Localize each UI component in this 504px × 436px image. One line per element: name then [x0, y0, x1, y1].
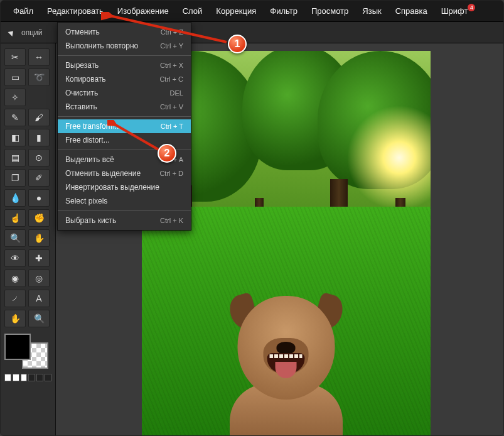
tool-color-picker[interactable]: ⟋ — [4, 290, 26, 307]
menu-item-label: Копировать — [65, 75, 106, 84]
menu-item-label: Выделить всё — [65, 155, 114, 164]
tool-row: ◉◎ — [4, 270, 51, 287]
menu-font[interactable]: Шрифт 4 — [435, 3, 475, 19]
tool-marquee[interactable]: ▭ — [4, 68, 26, 86]
cursor-tool-icon[interactable] — [8, 28, 15, 36]
tool-wand[interactable]: ✧ — [4, 89, 26, 106]
mini-swatch[interactable] — [13, 374, 19, 381]
canvas-dog-layer — [214, 283, 358, 436]
mini-swatch[interactable] — [36, 374, 43, 381]
menu-item-отменить[interactable]: ОтменитьCtrl + Z — [58, 25, 191, 39]
tool-blur[interactable]: 💧 — [4, 189, 26, 207]
tool-row: ✋🔍 — [4, 310, 51, 327]
tool-zoom[interactable]: 🔍 — [4, 229, 26, 247]
menu-item-отменить-выделение[interactable]: Отменить выделениеCtrl + D — [58, 166, 191, 180]
menu-item-копировать[interactable]: КопироватьCtrl + C — [58, 72, 191, 86]
tool-row: ☝✊ — [4, 209, 51, 227]
mini-swatch[interactable] — [45, 374, 51, 381]
menu-item-label: Select pixels — [65, 197, 107, 205]
tool-bloat[interactable]: ◉ — [4, 270, 26, 287]
tool-lasso[interactable]: ➰ — [28, 68, 50, 86]
tool-smudge[interactable]: ☝ — [4, 209, 26, 227]
tool-row: ❐✐ — [4, 169, 51, 187]
menu-item-выполнить-повторно[interactable]: Выполнить повторноCtrl + Y — [58, 39, 191, 53]
menu-separator — [58, 55, 191, 56]
tool-hand[interactable]: ✋ — [4, 310, 26, 327]
menu-separator — [58, 116, 191, 117]
menu-item-очистить[interactable]: ОчиститьDEL — [58, 86, 191, 100]
dog-tongue — [276, 362, 297, 378]
annotation-marker-2: 2 — [158, 144, 176, 163]
menu-item-label: Вставить — [65, 102, 97, 111]
tool-row: ▭➰ — [4, 68, 51, 86]
menu-help[interactable]: Справка — [389, 3, 434, 19]
tool-heal[interactable]: ✚ — [28, 249, 50, 267]
tool-liquefy[interactable]: ◎ — [28, 270, 50, 287]
menu-item-shortcut: Ctrl + X — [160, 62, 183, 69]
menu-adjustment[interactable]: Коррекция — [210, 3, 262, 19]
menu-item-вырезать[interactable]: ВырезатьCtrl + X — [58, 58, 191, 72]
menu-font-label: Шрифт — [441, 6, 468, 16]
tool-move[interactable]: ↔ — [28, 48, 50, 66]
menu-item-select-pixels[interactable]: Select pixels — [58, 194, 191, 208]
mini-swatch[interactable] — [4, 374, 11, 381]
menu-filter[interactable]: Фильтр — [264, 3, 304, 19]
menu-item-вставить[interactable]: ВставитьCtrl + V — [58, 100, 191, 114]
mini-swatch[interactable] — [28, 374, 35, 381]
tool-sponge[interactable]: ● — [28, 189, 50, 207]
tool-paint-bucket[interactable]: ▮ — [28, 129, 50, 146]
tool-zoom-in[interactable]: 🔍 — [28, 310, 50, 327]
tool-clone[interactable]: ⊙ — [28, 149, 50, 166]
tool-row: ◧▮ — [4, 129, 51, 146]
menu-item-label: Free distort... — [65, 136, 110, 144]
tool-row: 💧● — [4, 189, 51, 207]
foreground-color[interactable] — [4, 334, 31, 360]
tool-row: ✎🖌 — [4, 109, 51, 126]
menu-item-выбрать-кисть[interactable]: Выбрать кистьCtrl + K — [58, 214, 191, 227]
menu-item-label: Выполнить повторно — [65, 41, 138, 50]
menu-item-инвертировать-выделение[interactable]: Инвертировать выделение — [58, 180, 191, 194]
color-swatch[interactable] — [4, 334, 48, 369]
tool-pinch[interactable]: ✊ — [28, 209, 50, 227]
dog-mouth — [267, 353, 305, 373]
tool-type[interactable]: A — [28, 290, 50, 307]
tool-crop[interactable]: ✂ — [4, 48, 26, 66]
menu-image[interactable]: Изображение — [111, 3, 175, 19]
menu-view[interactable]: Просмотр — [305, 3, 355, 19]
tool-row: ✂↔ — [4, 48, 51, 66]
tool-gradient[interactable]: ▤ — [4, 149, 26, 166]
menu-file[interactable]: Файл — [7, 3, 40, 19]
menu-item-shortcut: Ctrl + D — [159, 170, 183, 177]
menu-item-shortcut: DEL — [170, 89, 183, 97]
tool-color-replace[interactable]: ❐ — [4, 169, 26, 187]
menu-item-label: Вырезать — [65, 61, 99, 70]
tool-row: ✧ — [4, 89, 51, 106]
menu-item-shortcut: Ctrl + T — [161, 123, 183, 130]
dog-head — [237, 296, 335, 400]
mini-swatch[interactable] — [21, 374, 28, 381]
menu-language[interactable]: Язык — [356, 3, 387, 19]
tool-brush[interactable]: 🖌 — [28, 109, 50, 126]
menu-edit[interactable]: Редактировать — [41, 3, 110, 19]
dog-nose — [277, 342, 296, 354]
menu-item-label: Очистить — [65, 89, 98, 97]
dog-snout — [264, 338, 309, 374]
menu-layer[interactable]: Слой — [176, 3, 209, 19]
menu-item-shortcut: Ctrl + Z — [161, 28, 183, 36]
menu-item-label: Отменить выделение — [65, 169, 141, 178]
menu-item-label: Выбрать кисть — [65, 216, 116, 225]
annotation-marker-1: 1 — [228, 35, 247, 53]
menubar: Файл Редактировать Изображение Слой Корр… — [1, 1, 503, 22]
menu-item-label: Отменить — [65, 28, 100, 36]
tool-hand-alt[interactable]: ✋ — [28, 229, 50, 247]
edit-dropdown: ОтменитьCtrl + ZВыполнить повторноCtrl +… — [57, 22, 191, 231]
tool-pencil[interactable]: ✎ — [4, 109, 26, 126]
menu-item-shortcut: Ctrl + Y — [160, 42, 183, 50]
tool-row: 👁✚ — [4, 249, 51, 267]
tool-draw[interactable]: ✐ — [28, 169, 50, 187]
tool-eraser[interactable]: ◧ — [4, 129, 26, 146]
tool-redeye[interactable]: 👁 — [4, 249, 26, 267]
menu-item-shortcut: Ctrl + C — [159, 75, 183, 83]
menu-item-free-transform-[interactable]: Free transform...Ctrl + T — [58, 119, 191, 133]
tool-row: ⟋A — [4, 290, 51, 307]
